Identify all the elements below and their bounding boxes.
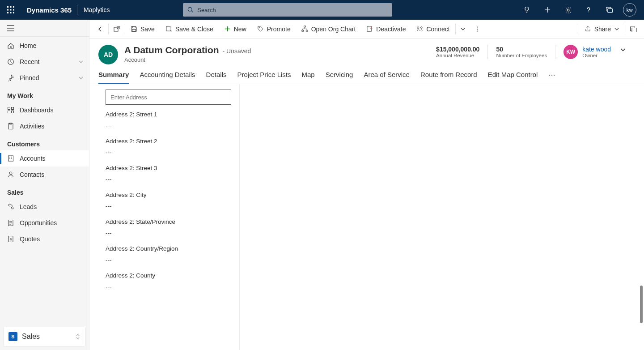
share-label: Share [594, 26, 611, 33]
record-title: A Datum Corporation [124, 45, 219, 55]
left-sidebar: Home Recent Pinned My Work Dashboards Ac… [0, 20, 89, 350]
settings-button[interactable] [558, 0, 578, 20]
svg-rect-3 [7, 9, 8, 11]
field-address2-city[interactable]: Address 2: City --- [106, 192, 231, 209]
share-button[interactable]: Share [579, 26, 625, 33]
tab-servicing[interactable]: Servicing [326, 71, 353, 84]
area-switcher[interactable]: S Sales [4, 327, 85, 346]
sidebar-item-pinned[interactable]: Pinned [0, 70, 89, 86]
tabs-overflow-button[interactable]: ⋯ [548, 71, 556, 84]
back-button[interactable] [92, 20, 108, 38]
svg-rect-24 [12, 107, 14, 110]
sidebar-item-quotes[interactable]: $ Quotes [0, 231, 89, 247]
deactivate-icon [366, 26, 373, 32]
svg-rect-25 [8, 111, 10, 113]
popout-button[interactable] [109, 20, 125, 38]
product-brand[interactable]: Dynamics 365 [21, 6, 77, 14]
tab-details[interactable]: Details [206, 71, 227, 84]
new-button[interactable]: New [219, 20, 252, 38]
field-address2-street2[interactable]: Address 2: Street 2 --- [106, 138, 231, 156]
app-name[interactable]: Maplytics [77, 6, 116, 13]
header-expand-button[interactable] [620, 47, 626, 53]
owner-cell[interactable]: KW kate wood Owner [555, 45, 611, 59]
field-address2-street3[interactable]: Address 2: Street 3 --- [106, 165, 231, 183]
sidebar-item-label: Activities [20, 123, 44, 130]
tab-area-of-service[interactable]: Area of Service [364, 71, 410, 84]
sidebar-item-label: Accounts [20, 155, 46, 162]
pin-icon [7, 74, 14, 81]
overflow-left-button[interactable] [470, 20, 485, 38]
sidebar-item-label: Quotes [20, 235, 40, 243]
svg-rect-0 [7, 6, 8, 8]
side-pane-button[interactable] [625, 26, 641, 33]
help-button[interactable] [579, 0, 598, 20]
sidebar-item-label: Opportunities [20, 219, 57, 226]
command-bar: Save Save & Close New Promote Open Org C… [89, 20, 644, 38]
tab-accounting-details[interactable]: Accounting Details [140, 71, 195, 84]
owner-avatar: KW [564, 45, 578, 59]
tab-summary[interactable]: Summary [98, 71, 129, 84]
messenger-button[interactable] [599, 0, 619, 20]
field-address2-county[interactable]: Address 2: County --- [106, 272, 231, 290]
connect-label: Connect [426, 26, 449, 33]
deactivate-button[interactable]: Deactivate [361, 20, 411, 38]
org-chart-icon [301, 26, 308, 32]
sidebar-item-label: Contacts [20, 171, 44, 178]
lightbulb-icon [523, 6, 530, 13]
field-address2-state[interactable]: Address 2: State/Province --- [106, 218, 231, 236]
svg-rect-23 [8, 107, 10, 110]
record-header: AD A Datum Corporation - Unsaved Account… [89, 38, 644, 64]
add-button[interactable] [538, 0, 557, 20]
app-launcher-button[interactable] [0, 0, 21, 20]
main-region: Save Save & Close New Promote Open Org C… [89, 20, 644, 350]
address-search-input[interactable] [106, 90, 231, 105]
owner-name: kate wood [582, 46, 611, 53]
save-button[interactable]: Save [125, 20, 160, 38]
tab-route-from-record[interactable]: Route from Record [420, 71, 477, 84]
field-value: --- [106, 149, 231, 156]
form-tabs: Summary Accounting Details Details Proje… [89, 64, 644, 84]
lightbulb-button[interactable] [517, 0, 537, 20]
record-avatar: AD [98, 45, 118, 64]
chevron-down-icon [460, 26, 466, 32]
employees-label: Number of Employees [496, 53, 547, 58]
connect-dropdown-button[interactable] [456, 20, 470, 38]
promote-button[interactable]: Promote [252, 20, 296, 38]
sidebar-item-contacts[interactable]: Contacts [0, 166, 89, 183]
search-input[interactable] [197, 7, 388, 13]
sidebar-item-activities[interactable]: Activities [0, 118, 89, 134]
sidebar-item-opportunities[interactable]: Opportunities [0, 215, 89, 231]
sidebar-section-sales: Sales [0, 183, 89, 199]
field-value: --- [106, 256, 231, 263]
sidebar-item-recent[interactable]: Recent [0, 54, 89, 70]
sidebar-item-label: Dashboards [20, 107, 54, 114]
open-org-chart-button[interactable]: Open Org Chart [296, 20, 361, 38]
sidebar-item-label: Leads [20, 203, 37, 210]
sidebar-item-dashboards[interactable]: Dashboards [0, 102, 89, 118]
field-label: Address 2: City [106, 192, 231, 198]
sidebar-item-home[interactable]: Home [0, 38, 89, 54]
tab-map[interactable]: Map [302, 71, 315, 84]
sidebar-item-leads[interactable]: Leads [0, 199, 89, 215]
sidebar-item-accounts[interactable]: Accounts [0, 150, 89, 166]
field-value: --- [106, 122, 231, 129]
global-search[interactable] [183, 3, 392, 17]
employees-value: 50 [496, 46, 547, 53]
area-badge: S [8, 332, 17, 341]
save-close-button[interactable]: Save & Close [160, 20, 219, 38]
gear-icon [564, 6, 572, 14]
record-unsaved-badge: - Unsaved [223, 47, 251, 55]
field-label: Address 2: Street 3 [106, 165, 231, 171]
connect-button[interactable]: Connect [411, 20, 455, 38]
sidebar-toggle-button[interactable] [7, 25, 14, 31]
tag-icon [257, 26, 264, 32]
scrollbar-thumb[interactable] [640, 286, 643, 323]
svg-point-52 [421, 27, 423, 29]
field-address2-street1[interactable]: Address 2: Street 1 --- [106, 111, 231, 129]
annual-revenue-label: Annual Revenue [436, 53, 479, 58]
field-address2-country[interactable]: Address 2: Country/Region --- [106, 245, 231, 263]
tab-edit-map-control[interactable]: Edit Map Control [488, 71, 538, 84]
tab-project-price-lists[interactable]: Project Price Lists [237, 71, 291, 84]
svg-line-10 [191, 11, 193, 13]
user-avatar-button[interactable]: kw [620, 0, 640, 20]
